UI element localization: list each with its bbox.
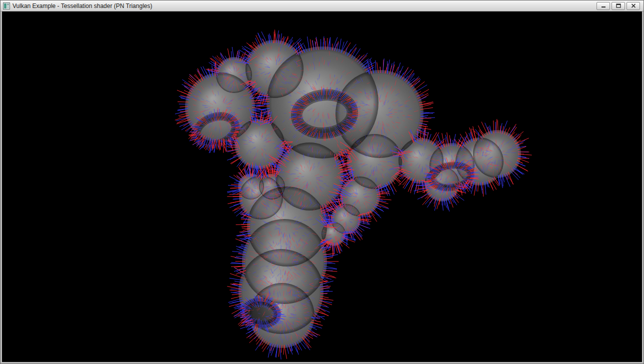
- app-window: Vulkan Example - Tessellation shader (PN…: [0, 0, 644, 364]
- maximize-icon: [616, 2, 621, 10]
- close-button[interactable]: [626, 2, 640, 10]
- close-icon: [631, 2, 636, 10]
- minimize-icon: [601, 2, 606, 10]
- render-viewport: [2, 12, 642, 362]
- maximize-button[interactable]: [612, 2, 625, 10]
- window-controls: [596, 2, 641, 10]
- render-canvas[interactable]: [2, 12, 642, 362]
- app-icon: [3, 2, 10, 10]
- titlebar[interactable]: Vulkan Example - Tessellation shader (PN…: [0, 0, 644, 12]
- window-title: Vulkan Example - Tessellation shader (PN…: [12, 2, 152, 10]
- minimize-button[interactable]: [596, 2, 610, 10]
